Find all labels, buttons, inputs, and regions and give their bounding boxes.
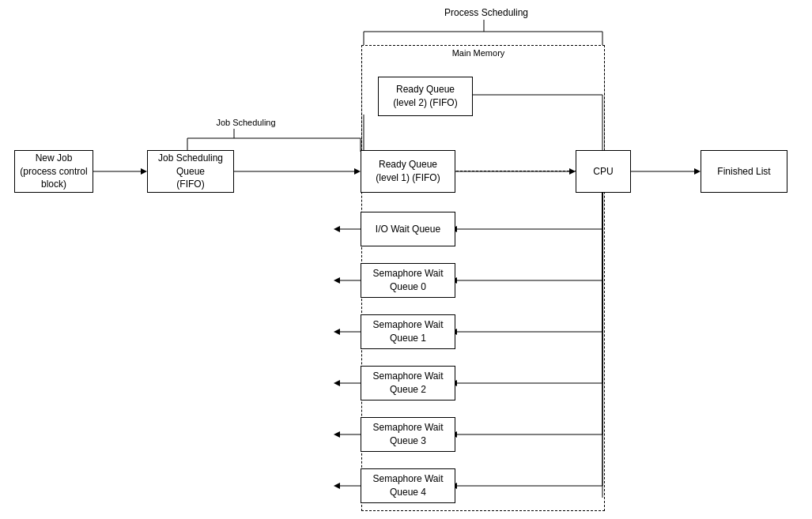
diagram: Process Scheduling Main Memory New Job (… — [0, 0, 812, 519]
finished-list-box: Finished List — [701, 150, 787, 193]
svg-marker-35 — [334, 277, 340, 284]
new-job-box: New Job (process control block) — [14, 150, 93, 193]
io-wait-queue-box: I/O Wait Queue — [361, 212, 455, 246]
ready-queue-l2-box: Ready Queue (level 2) (FIFO) — [378, 77, 473, 116]
cpu-box: CPU — [576, 150, 631, 193]
semaphore-wait-queue-1-box: Semaphore Wait Queue 1 — [361, 314, 455, 349]
svg-marker-43 — [334, 483, 340, 489]
semaphore-wait-queue-3-box: Semaphore Wait Queue 3 — [361, 417, 455, 452]
svg-marker-3 — [354, 168, 361, 175]
svg-marker-39 — [334, 380, 340, 386]
process-scheduling-label: Process Scheduling — [439, 6, 534, 20]
svg-marker-1 — [141, 168, 147, 175]
svg-marker-7 — [694, 168, 701, 175]
svg-marker-37 — [334, 329, 340, 335]
svg-marker-33 — [334, 226, 340, 232]
ready-queue-l1-box: Ready Queue (level 1) (FIFO) — [361, 150, 455, 193]
svg-marker-41 — [334, 431, 340, 438]
semaphore-wait-queue-2-box: Semaphore Wait Queue 2 — [361, 366, 455, 401]
job-scheduling-queue-box: Job Scheduling Queue (FIFO) — [147, 150, 234, 193]
job-scheduling-label: Job Scheduling — [202, 117, 289, 129]
semaphore-wait-queue-4-box: Semaphore Wait Queue 4 — [361, 468, 455, 503]
semaphore-wait-queue-0-box: Semaphore Wait Queue 0 — [361, 263, 455, 298]
